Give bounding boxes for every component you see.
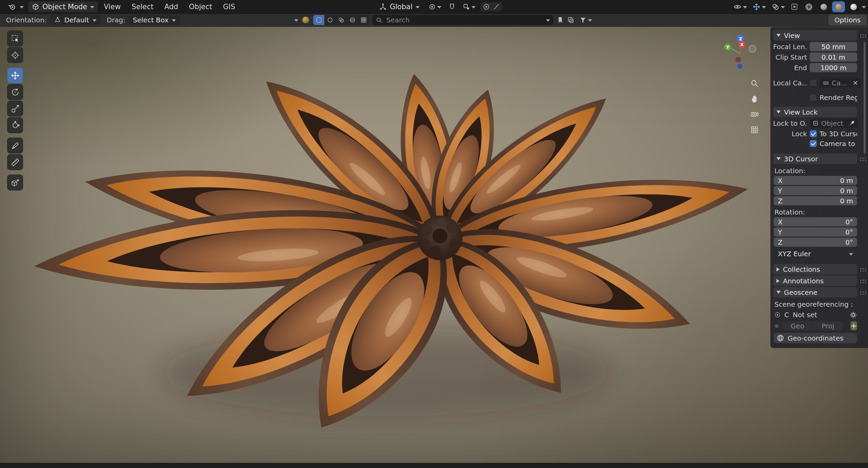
bookmark-icon[interactable] <box>557 16 564 24</box>
pivot-point-select[interactable] <box>427 2 443 12</box>
cursor-location-y[interactable]: Y0 m <box>774 186 857 195</box>
chevron-down-icon <box>849 253 853 256</box>
panels-icon[interactable] <box>567 16 574 24</box>
drag-grip-icon[interactable] <box>859 267 866 271</box>
drag-grip-icon[interactable] <box>859 33 866 38</box>
transform-orientation-select[interactable]: Global <box>376 1 423 12</box>
options-button[interactable]: Options <box>828 15 867 25</box>
mode-select[interactable]: Object Mode <box>28 1 98 12</box>
tool-measure[interactable] <box>7 154 23 170</box>
drag-grip-icon[interactable] <box>859 290 866 294</box>
cursor-rotation-x[interactable]: X0° <box>774 217 857 226</box>
collapse-chevron-icon[interactable] <box>294 19 298 22</box>
chevron-down-icon <box>776 157 781 160</box>
camera-view-button[interactable] <box>748 108 761 120</box>
cursor-rotation-z[interactable]: Z0° <box>774 238 857 247</box>
proportional-editing-icon[interactable] <box>483 3 490 11</box>
viewport-3d[interactable]: Z X Y View Focal Len... 50 mm Clip Start… <box>0 26 868 463</box>
tool-select-box[interactable] <box>7 30 23 46</box>
clip-start-field[interactable]: 0.01 m <box>810 53 857 62</box>
cursor-rotation-y[interactable]: Y0° <box>774 227 857 237</box>
toggle-wire[interactable] <box>336 15 347 25</box>
render-region-checkbox[interactable] <box>810 94 817 101</box>
collections-section-header[interactable]: Collections <box>773 264 857 274</box>
shading-sphere-icon[interactable] <box>301 16 310 24</box>
toggle-texture[interactable] <box>347 15 358 25</box>
render-region-row: Render Regi... <box>773 93 857 102</box>
chevron-down-icon <box>781 6 785 8</box>
search-bar[interactable] <box>372 15 553 25</box>
gizmo-arrows-icon <box>752 3 761 11</box>
drag-grip-icon[interactable] <box>859 157 866 161</box>
cursor-location-z[interactable]: Z0 m <box>774 196 857 205</box>
xray-toggle[interactable] <box>789 2 800 12</box>
search-input[interactable] <box>386 16 543 24</box>
view-section-header[interactable]: View <box>773 30 857 41</box>
blender-logo-icon <box>8 2 17 11</box>
shading-solid-button[interactable] <box>817 1 830 12</box>
shading-material-button[interactable] <box>832 1 845 12</box>
eyedropper-icon[interactable] <box>849 120 855 126</box>
orientation-select[interactable]: Default <box>50 15 101 25</box>
geoscene-section-header[interactable]: Geoscene <box>773 287 857 298</box>
shading-wireframe-button[interactable] <box>802 1 815 12</box>
view-lock-section-header[interactable]: View Lock <box>773 107 857 117</box>
menu-gis[interactable]: GIS <box>218 0 240 14</box>
pan-button[interactable] <box>748 93 761 105</box>
menu-view[interactable]: View <box>99 0 126 14</box>
shading-rendered-button[interactable] <box>847 1 860 12</box>
proj-button[interactable]: Proj <box>813 321 843 330</box>
menu-select[interactable]: Select <box>126 0 159 14</box>
drag-grip-icon[interactable] <box>859 279 866 283</box>
shading-dropdown-chevron-icon[interactable] <box>862 6 866 8</box>
filter-select[interactable] <box>578 15 594 25</box>
object-visibility-select[interactable] <box>732 2 749 12</box>
gear-icon[interactable] <box>849 311 857 319</box>
toggle-select-box[interactable] <box>313 15 324 25</box>
xray-icon <box>790 3 799 11</box>
rotation-mode-select[interactable]: XYZ Euler <box>774 249 857 259</box>
tool-move[interactable] <box>7 67 23 83</box>
toggle-grid[interactable] <box>358 15 369 25</box>
local-camera-checkbox[interactable] <box>810 79 817 86</box>
overlays-toggle[interactable] <box>770 2 787 12</box>
clip-end-field[interactable]: 1000 m <box>810 63 857 72</box>
search-history-chevron-icon[interactable] <box>546 19 550 22</box>
gizmo-axis-neg <box>735 57 741 63</box>
snap-target-select[interactable] <box>461 2 477 12</box>
tool-cursor[interactable] <box>7 47 23 63</box>
cursor-location-x[interactable]: X0 m <box>774 176 857 185</box>
orientation-label: Orientation: <box>6 16 47 24</box>
geo-coordinates-button[interactable]: Geo-coordinates <box>774 333 857 343</box>
zoom-button[interactable] <box>748 77 761 89</box>
tool-transform[interactable] <box>7 117 23 133</box>
geoscene-section-title: Geoscene <box>784 288 817 297</box>
geo-button[interactable]: Geo <box>783 321 812 330</box>
gizmos-toggle[interactable] <box>751 2 768 12</box>
falloff-curve-icon[interactable] <box>493 3 500 11</box>
lock-to-object-field[interactable]: Object <box>810 119 858 128</box>
tool-annotate[interactable] <box>7 138 23 154</box>
local-camera-field[interactable]: Ca... ✕ <box>820 78 861 87</box>
to-3d-cursor-checkbox[interactable] <box>810 130 817 137</box>
camera-to-view-checkbox[interactable] <box>810 140 817 147</box>
panel-scrollbar[interactable] <box>864 42 866 154</box>
drag-select[interactable]: Select Box <box>129 15 180 25</box>
add-crs-button[interactable]: + <box>850 321 857 330</box>
navigation-gizmo[interactable]: Z X Y <box>718 31 762 75</box>
tool-rotate[interactable] <box>7 84 23 100</box>
tool-add-cube[interactable] <box>7 175 23 190</box>
focal-length-field[interactable]: 50 mm <box>810 42 857 51</box>
menu-add[interactable]: Add <box>159 0 183 14</box>
clear-camera-button[interactable]: ✕ <box>852 79 858 87</box>
cursor-section-header[interactable]: 3D Cursor <box>773 154 857 164</box>
radio-icon[interactable] <box>774 323 779 329</box>
tool-scale[interactable] <box>7 101 23 117</box>
blender-menu-button[interactable] <box>4 1 27 13</box>
annotations-section-header[interactable]: Annotations <box>773 276 857 286</box>
menu-object[interactable]: Object <box>184 0 217 14</box>
snap-toggle[interactable] <box>446 2 458 12</box>
radio-icon[interactable] <box>774 312 781 318</box>
toggle-origins[interactable] <box>324 15 336 25</box>
ortho-toggle-button[interactable] <box>748 124 761 136</box>
